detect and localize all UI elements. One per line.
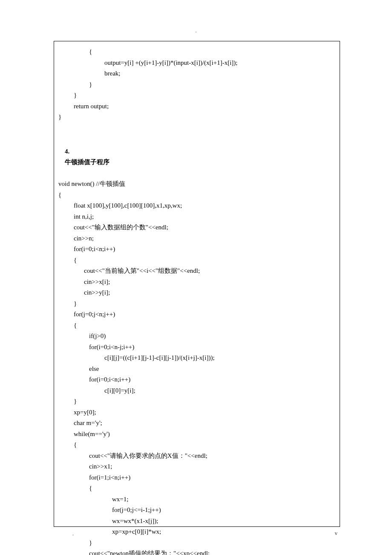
section-heading: 4. 牛顿插值子程序	[58, 135, 336, 179]
content-frame: {output=y[i] +(y[i+1]-y[i])*(input-x[i])…	[54, 41, 340, 527]
code-line: {	[58, 320, 336, 331]
code-line: xp=y[0];	[58, 407, 336, 418]
code-line: cin>>x1;	[58, 461, 336, 472]
code-line: void newton() //牛顿插值	[58, 179, 336, 190]
code-line: }	[58, 396, 336, 407]
code-line: {	[58, 255, 336, 266]
code-line: }	[58, 90, 336, 101]
code-line: {	[58, 483, 336, 494]
code-line: for(j=0;j<=i-1;j++)	[58, 505, 336, 516]
code-line: break;	[58, 68, 336, 79]
code-line: for(i=0;i<n;i++)	[58, 374, 336, 385]
code-line: {	[58, 439, 336, 451]
code-line: cout<<"请输入你要求的点的X值："<<endl;	[58, 451, 336, 462]
code-segment-2: void newton() //牛顿插值{float x[100],y[100]…	[58, 179, 336, 555]
code-line: while(m=='y')	[58, 429, 336, 440]
heading-title: 牛顿插值子程序	[65, 159, 110, 165]
header-marker: .	[196, 26, 197, 35]
code-line: cin>>x[i];	[58, 277, 336, 288]
code-line: c[i][0]=y[i];	[58, 385, 336, 396]
code-line: cout<<"输入数据组的个数"<<endl;	[58, 222, 336, 233]
code-line: {	[58, 46, 336, 58]
code-line: cout<<"newton插值的结果为："<<xp<<endl;	[58, 548, 336, 555]
code-line: wx=1;	[58, 494, 336, 505]
heading-number: 4.	[65, 146, 78, 157]
code-line: c[i][j]=((c[i+1][j-1]-c[i][j-1])/(x[i+j]…	[58, 353, 336, 364]
code-line: }	[58, 298, 336, 309]
code-line: float x[100],y[100],c[100][100],x1,xp,wx…	[58, 200, 336, 211]
code-line: cin>>n;	[58, 233, 336, 244]
footer-left-marker: .	[72, 529, 74, 538]
code-line: }	[58, 538, 336, 549]
code-line: return output;	[58, 101, 336, 112]
code-line: for(j=0;j<n;j++)	[58, 309, 336, 320]
code-segment-1: {output=y[i] +(y[i+1]-y[i])*(input-x[i])…	[58, 46, 336, 123]
code-line: for(i=0;i<n-j;i++)	[58, 342, 336, 353]
code-line: char m='y';	[58, 418, 336, 429]
code-line: output=y[i] +(y[i+1]-y[i])*(input-x[i])/…	[58, 58, 336, 69]
code-line: }	[58, 112, 336, 123]
code-line: wx=wx*(x1-x[j]);	[58, 516, 336, 527]
blank-line	[58, 123, 336, 134]
code-line: for(i=0;i<n;i++)	[58, 244, 336, 255]
code-line: xp=xp+c[0][i]*wx;	[58, 526, 336, 538]
code-line: cout<<"当前输入第"<<i<<"组数据"<<endl;	[58, 266, 336, 277]
code-line: }	[58, 79, 336, 90]
code-line: int n,i,j;	[58, 211, 336, 223]
code-line: {	[58, 190, 336, 201]
footer-right-marker: v	[335, 529, 338, 538]
code-line: cin>>y[i];	[58, 287, 336, 298]
code-line: for(i=1;i<n;i++)	[58, 472, 336, 483]
code-line: if(j>0)	[58, 331, 336, 342]
code-line: else	[58, 364, 336, 375]
